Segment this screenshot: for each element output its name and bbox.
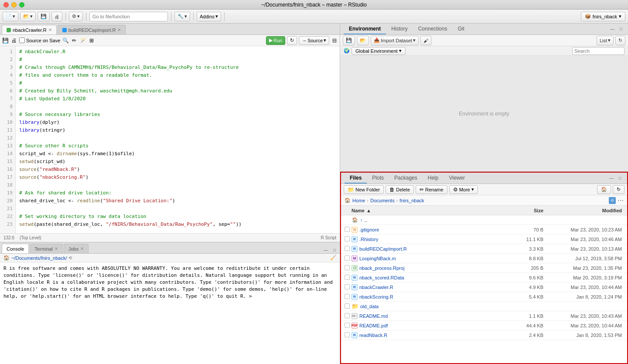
- source-button[interactable]: → Source ▾: [299, 36, 329, 45]
- breadcrumb-fnirs[interactable]: fnirs_nback: [399, 198, 424, 203]
- run-button[interactable]: ▶ Run: [266, 36, 285, 45]
- fullscreen-button[interactable]: [19, 2, 24, 7]
- goto-file-input[interactable]: [89, 12, 168, 21]
- list-item[interactable]: PDF README.pdf 44.4 KB Mar 23, 2020, 10:…: [341, 321, 627, 330]
- file-name[interactable]: readNback.R: [359, 333, 387, 338]
- file-checkbox[interactable]: [345, 284, 350, 289]
- console-clear-btn[interactable]: 🧹: [330, 255, 336, 261]
- list-item[interactable]: R buildREDCapImport.R 3.3 KB Mar 23, 202…: [341, 244, 627, 254]
- env-maximize-btn[interactable]: □: [618, 26, 625, 33]
- file-checkbox[interactable]: [345, 236, 350, 242]
- code-editor[interactable]: # nbackCrawler.R # # Crawls through CAMN…: [16, 46, 340, 233]
- file-name[interactable]: nbackScoring.R: [359, 294, 393, 299]
- breadcrumb-sync-btn[interactable]: ⟲: [609, 197, 616, 204]
- tab-plots[interactable]: Plots: [367, 173, 389, 184]
- env-refresh-btn[interactable]: ↻: [615, 36, 625, 45]
- env-minimize-btn[interactable]: —: [609, 26, 616, 33]
- save-all-button[interactable]: 💾: [38, 12, 50, 21]
- preferences-button[interactable]: ⚙ ▾: [69, 12, 83, 21]
- search-icon[interactable]: 🔍: [62, 37, 69, 44]
- file-name[interactable]: nback_scored.RData: [359, 275, 404, 280]
- list-item[interactable]: 📁 old_data: [341, 302, 627, 311]
- files-size-header[interactable]: Size: [509, 208, 543, 213]
- editor-save-icon[interactable]: 💾: [2, 37, 9, 44]
- files-maximize-btn[interactable]: □: [617, 175, 624, 182]
- file-checkbox[interactable]: [345, 265, 350, 270]
- console-path-expand[interactable]: ⟲: [68, 255, 72, 260]
- list-item[interactable]: R nbackScoring.R 5.4 KB Jan 8, 2020, 1:2…: [341, 292, 627, 302]
- file-name[interactable]: nbackCrawler.R: [359, 285, 393, 290]
- list-item[interactable]: R nback_scored.RData 9.6 KB Mar 20, 2020…: [341, 273, 627, 282]
- file-checkbox[interactable]: [345, 246, 350, 251]
- close-button[interactable]: [3, 2, 9, 7]
- files-modified-header[interactable]: Modified: [543, 208, 622, 213]
- wand-icon[interactable]: 🪄: [79, 37, 86, 44]
- print-button[interactable]: 🖨: [51, 12, 62, 21]
- env-save-btn[interactable]: 💾: [343, 36, 355, 45]
- edit-icon[interactable]: ✏: [71, 37, 78, 44]
- new-folder-btn[interactable]: 📁 New Folder: [344, 185, 384, 194]
- up-dir-icon-arrow[interactable]: ↑: [360, 218, 363, 223]
- tab-viewer[interactable]: Viewer: [444, 173, 470, 184]
- source-on-save-label[interactable]: Source on Save: [19, 37, 60, 43]
- file-checkbox[interactable]: [345, 255, 350, 261]
- source-on-save-checkbox[interactable]: [19, 37, 25, 43]
- tab-history[interactable]: History: [386, 24, 413, 34]
- env-brush-btn[interactable]: 🖌: [420, 36, 431, 45]
- console-path-link[interactable]: ~/Documents/fnirs_nback/: [11, 255, 67, 261]
- list-item[interactable]: R .Rhistory 11.1 KB Mar 23, 2020, 10:46 …: [341, 235, 627, 244]
- tab-packages[interactable]: Packages: [389, 173, 423, 184]
- jobs-tab-close[interactable]: ✕: [80, 246, 84, 251]
- tab-terminal[interactable]: Terminal ✕: [30, 244, 63, 253]
- file-name[interactable]: nback_process.Rproj: [359, 265, 404, 271]
- tab-files[interactable]: Files: [345, 173, 367, 184]
- breadcrumb-home[interactable]: Home: [352, 198, 365, 203]
- terminal-tab-close[interactable]: ✕: [55, 246, 58, 251]
- list-item[interactable]: R readNback.R 2.4 KB Jan 8, 2020, 1:53 P…: [341, 330, 627, 340]
- env-load-btn[interactable]: 📂: [357, 36, 369, 45]
- tools-button[interactable]: 🔧 ▾: [174, 12, 190, 21]
- file-checkbox[interactable]: [345, 294, 350, 299]
- files-refresh-btn[interactable]: ↻: [613, 185, 625, 194]
- console-minimize-btn[interactable]: —: [322, 246, 329, 253]
- minimize-button[interactable]: [11, 2, 17, 7]
- env-list-btn[interactable]: List ▾: [597, 36, 614, 45]
- breadcrumb-documents[interactable]: Documents: [370, 198, 395, 203]
- file-name[interactable]: README.pdf: [359, 323, 388, 328]
- project-selector[interactable]: 📦 fnirs_nback ▾: [581, 12, 625, 21]
- tab-environment[interactable]: Environment: [344, 24, 386, 34]
- tab-buildredcap[interactable]: buildREDCapImport.R ✕: [58, 25, 126, 34]
- tab-nbackcrawler[interactable]: nbackCrawler.R ✕: [2, 25, 57, 34]
- file-name[interactable]: LoopingNBack.m: [359, 256, 396, 261]
- delete-btn[interactable]: 🗑 Delete: [386, 185, 414, 194]
- editor-print-icon[interactable]: 🖨: [10, 37, 17, 44]
- file-name[interactable]: buildREDCapImport.R: [359, 246, 407, 252]
- re-run-button[interactable]: ↻: [287, 36, 297, 45]
- tab-console[interactable]: Console: [2, 244, 29, 253]
- file-name[interactable]: README.md: [359, 313, 388, 319]
- file-name[interactable]: .gitignore: [359, 227, 379, 232]
- tab-close-buildredcap[interactable]: ✕: [117, 27, 121, 32]
- file-name[interactable]: .Rhistory: [359, 237, 378, 242]
- console-maximize-btn[interactable]: □: [331, 246, 338, 253]
- file-name[interactable]: old_data: [360, 304, 379, 309]
- more-btn[interactable]: ⚙ More ▾: [449, 185, 478, 194]
- tab-jobs[interactable]: Jobs ✕: [64, 244, 89, 253]
- import-dataset-btn[interactable]: 📥 Import Dataset ▾: [371, 36, 419, 45]
- files-up-row[interactable]: 🏠 ↑ ..: [341, 215, 627, 225]
- files-home-btn[interactable]: 🏠: [597, 185, 611, 194]
- list-item[interactable]: M LoopingNBack.m 8.8 KB Jul 12, 2019, 3:…: [341, 254, 627, 263]
- breadcrumb-more-btn[interactable]: ⋯: [618, 197, 624, 204]
- console-output[interactable]: R is free software and comes with ABSOLU…: [0, 262, 340, 364]
- files-minimize-btn[interactable]: —: [608, 175, 615, 182]
- column-icon[interactable]: ⊞: [88, 37, 95, 44]
- files-name-header[interactable]: Name ▲: [352, 208, 509, 213]
- file-checkbox[interactable]: [345, 303, 350, 309]
- list-item[interactable]: ⬡ nback_process.Rproj 205 B Mar 23, 2020…: [341, 263, 627, 273]
- list-item[interactable]: M↓ README.md 1.1 KB Mar 23, 2020, 10:43 …: [341, 311, 627, 321]
- new-file-button[interactable]: 📄 ▾: [3, 12, 18, 21]
- tab-git[interactable]: Git: [452, 24, 469, 34]
- tab-close-nbackcrawler[interactable]: ✕: [48, 27, 52, 32]
- panel-icon[interactable]: ⊟: [331, 37, 338, 44]
- file-checkbox[interactable]: [345, 227, 350, 232]
